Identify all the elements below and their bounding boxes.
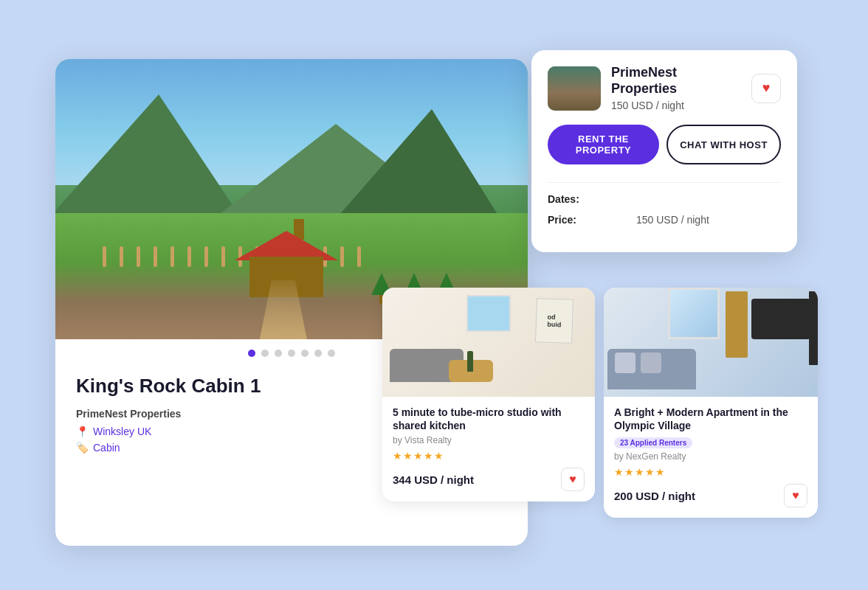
listing-card-2[interactable]: A Bright + Modern Apartment in the Olymp… bbox=[604, 288, 818, 518]
dates-label: Dates: bbox=[548, 193, 592, 205]
listing-footer-2: 200 USD / night ♥ bbox=[614, 484, 807, 507]
booking-details: Dates: Price: 150 USD / night bbox=[548, 182, 781, 226]
price-value: 150 USD / night bbox=[636, 214, 709, 226]
dot-7[interactable] bbox=[328, 350, 335, 357]
dates-row: Dates: bbox=[548, 193, 781, 205]
chat-with-host-button[interactable]: CHAT WITH HOST bbox=[666, 125, 781, 164]
listing-title-2: A Bright + Modern Apartment in the Olymp… bbox=[614, 406, 807, 432]
listing-footer-1: 344 USD / night ♥ bbox=[393, 468, 585, 491]
booking-card: PrimeNest Properties 150 USD / night ♥ R… bbox=[531, 50, 797, 252]
listing-stars-1: ★★★★★ bbox=[393, 450, 585, 462]
location-text: Winksley UK bbox=[93, 426, 151, 437]
dot-4[interactable] bbox=[288, 350, 295, 357]
listing-heart-icon-1: ♥ bbox=[569, 473, 576, 486]
dot-6[interactable] bbox=[314, 350, 322, 357]
favorite-button[interactable]: ♥ bbox=[751, 74, 781, 103]
dot-1[interactable] bbox=[248, 350, 255, 357]
listing-heart-icon-2: ♥ bbox=[792, 489, 799, 502]
booking-thumbnail bbox=[548, 66, 601, 111]
rent-property-button[interactable]: RENT THE PROPERTY bbox=[548, 125, 659, 164]
sign: odbuid bbox=[535, 298, 574, 344]
tag-icon: 🏷️ bbox=[76, 442, 89, 454]
listing-card-1[interactable]: odbuid 5 minute to tube-micro studio wit… bbox=[382, 288, 595, 502]
booking-title-area: PrimeNest Properties 150 USD / night bbox=[611, 65, 741, 111]
listing-image-2 bbox=[604, 288, 818, 397]
category-text: Cabin bbox=[93, 442, 120, 454]
dot-2[interactable] bbox=[261, 350, 269, 357]
listing-image-1: odbuid bbox=[382, 288, 595, 397]
booking-price: 150 USD / night bbox=[611, 100, 741, 111]
price-label: Price: bbox=[548, 214, 592, 226]
listing-by-2: by NexGen Realty bbox=[614, 451, 807, 462]
price-row: Price: 150 USD / night bbox=[548, 214, 781, 226]
listing-favorite-2[interactable]: ♥ bbox=[784, 484, 807, 507]
applied-badge: 23 Applied Renters bbox=[614, 437, 692, 448]
listing-favorite-1[interactable]: ♥ bbox=[561, 468, 585, 491]
location-icon: 📍 bbox=[76, 426, 89, 437]
booking-actions: RENT THE PROPERTY CHAT WITH HOST bbox=[548, 125, 781, 164]
heart-icon: ♥ bbox=[762, 80, 771, 96]
dot-3[interactable] bbox=[275, 350, 282, 357]
listing-by-1: by Vista Realty bbox=[393, 435, 585, 445]
listing-body-2: A Bright + Modern Apartment in the Olymp… bbox=[604, 397, 818, 518]
listing-price-1: 344 USD / night bbox=[393, 473, 474, 486]
listing-body-1: 5 minute to tube-micro studio with share… bbox=[382, 397, 595, 502]
dot-5[interactable] bbox=[301, 350, 309, 357]
booking-company: PrimeNest Properties bbox=[611, 65, 741, 97]
listing-price-2: 200 USD / night bbox=[614, 490, 695, 502]
listing-title-1: 5 minute to tube-micro studio with share… bbox=[393, 406, 585, 432]
listing-stars-2: ★★★★★ bbox=[614, 466, 807, 478]
booking-header: PrimeNest Properties 150 USD / night ♥ bbox=[548, 65, 781, 111]
